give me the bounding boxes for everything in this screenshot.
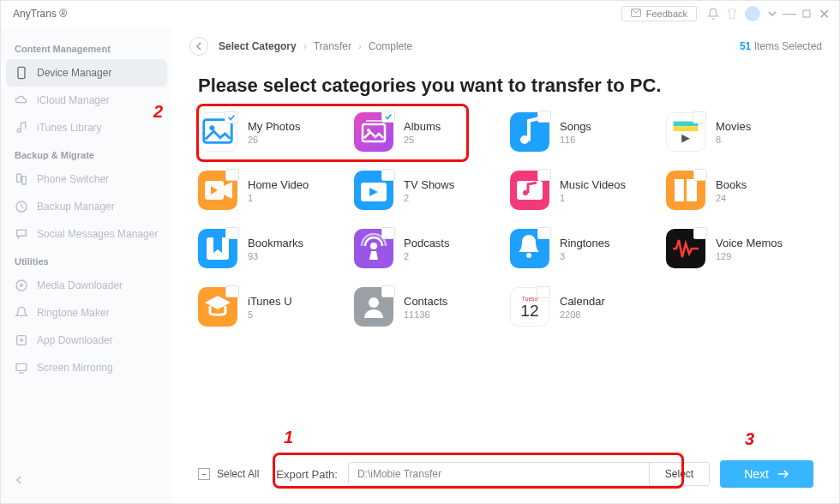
sidebar-item-label: iCloud Manager [37,94,110,106]
chat-icon [15,227,28,241]
crumb-1[interactable]: Select Category [219,40,297,52]
maximize-button[interactable] [798,5,815,22]
sidebar-item-social-messages[interactable]: Social Messages Manager [6,220,167,248]
category-label: Voice Memos [716,237,783,249]
sidebar-item-screen-mirroring[interactable]: Screen Mirroring [6,354,167,381]
sidebar-item-label: Device Manager [37,67,111,79]
category-movies[interactable]: Movies8 [666,112,813,152]
checkbox[interactable] [537,169,551,181]
arrow-right-icon [777,467,789,481]
checkbox[interactable] [381,227,395,239]
annotation-1: 1 [284,428,293,447]
dropdown-icon[interactable] [764,5,781,22]
sidebar-item-label: App Downloader [37,334,113,346]
back-button[interactable] [189,37,208,56]
svg-point-21 [526,253,531,258]
collapse-sidebar-button[interactable] [6,465,167,495]
category-home-video[interactable]: Home Video1 [198,171,345,210]
checkbox[interactable] [381,285,395,297]
svg-rect-12 [363,124,385,141]
checkbox[interactable] [693,169,707,181]
category-my-photos[interactable]: My Photos26 [198,112,345,152]
select-path-button[interactable]: Select [649,463,709,485]
voicememo-icon [666,229,705,268]
crumb-3[interactable]: Complete [369,40,412,52]
category-label: TV Shows [404,178,454,191]
close-button[interactable]: ✕ [815,5,832,22]
page-title: Please select categories you want to tra… [172,63,839,112]
minimize-button[interactable]: — [781,5,798,22]
checkbox[interactable] [225,227,239,239]
category-label: Contacts [404,295,447,308]
category-count: 25 [404,135,441,145]
mirror-icon [15,361,28,375]
sidebar-item-itunes-library[interactable]: iTunes Library [6,114,167,141]
checkbox[interactable] [693,227,707,239]
export-path-input[interactable] [349,463,649,485]
sidebar-item-icloud-manager[interactable]: iCloud Manager [6,87,167,114]
category-ringtones[interactable]: Ringtones3 [510,229,657,268]
category-itunes-u[interactable]: iTunes U5 [198,287,345,327]
category-music-videos[interactable]: Music Videos1 [510,171,657,210]
sidebar-item-device-manager[interactable]: Device Manager [6,59,167,87]
checkbox[interactable] [225,285,239,297]
select-all-checkbox[interactable]: − Select All [198,468,259,480]
shirt-icon[interactable] [723,4,741,23]
sidebar-item-phone-switcher[interactable]: Phone Switcher [6,165,167,193]
annotation-3: 3 [745,429,754,449]
phone-icon [15,66,28,80]
photo-icon [198,112,237,152]
checkbox[interactable] [537,227,551,239]
app-down-icon [15,333,28,347]
checkbox[interactable] [225,111,238,123]
category-count: 93 [248,251,303,261]
albums-icon [354,112,393,152]
category-count: 2 [404,251,449,261]
category-count: 2208 [560,309,605,320]
category-tv-shows[interactable]: TV Shows2 [354,171,501,210]
category-label: Music Videos [560,178,626,191]
bell-icon[interactable] [704,4,723,23]
category-books[interactable]: Books24 [666,171,813,210]
next-button[interactable]: Next [720,460,813,488]
category-label: Albums [404,120,441,133]
checkbox[interactable] [693,111,706,123]
sidebar-item-backup-manager[interactable]: Backup Manager [6,193,167,220]
feedback-button[interactable]: Feedback [621,6,697,21]
checkbox[interactable] [381,169,395,181]
category-songs[interactable]: Songs116 [510,112,657,152]
category-contacts[interactable]: Contacts11136 [354,287,501,327]
svg-text:12: 12 [520,302,538,320]
category-voice-memos[interactable]: Voice Memos129 [666,229,813,268]
checkbox[interactable] [537,111,551,123]
sidebar-item-app-downloader[interactable]: App Downloader [6,327,167,354]
avatar[interactable] [745,6,760,21]
items-selected-status: 51 Items Selected [740,40,822,52]
itunesu-icon [198,287,237,327]
checkbox[interactable] [381,111,395,123]
svg-rect-1 [803,10,810,17]
mail-icon [631,9,641,19]
contacts-icon [354,287,393,327]
checkbox[interactable] [537,286,550,298]
category-calendar[interactable]: Tuesd12Calendar2208 [510,287,657,327]
sidebar-item-ringtone-maker[interactable]: Ringtone Maker [6,299,167,327]
sidebar-item-media-downloader[interactable]: Media Downloader [6,272,167,299]
category-albums[interactable]: Albums25 [354,112,501,152]
sidebar-item-label: Backup Manager [37,201,115,213]
crumb-2[interactable]: Transfer [314,40,351,52]
tv-icon [354,171,393,210]
category-bookmarks[interactable]: Bookmarks93 [198,229,345,268]
export-path-label: Export Path: [276,468,338,481]
sidebar-item-label: Phone Switcher [37,173,109,185]
category-grid: My Photos26Albums25Songs116Movies8Home V… [172,112,839,327]
svg-text:Tuesd: Tuesd [522,296,538,302]
sidebar-item-label: Ringtone Maker [37,307,110,319]
svg-rect-4 [17,174,21,182]
category-count: 1 [560,193,626,203]
category-podcasts[interactable]: Podcasts2 [354,229,501,268]
feedback-label: Feedback [646,9,687,19]
bookmarks-icon [198,229,237,268]
svg-rect-2 [18,67,25,78]
checkbox[interactable] [225,169,239,181]
